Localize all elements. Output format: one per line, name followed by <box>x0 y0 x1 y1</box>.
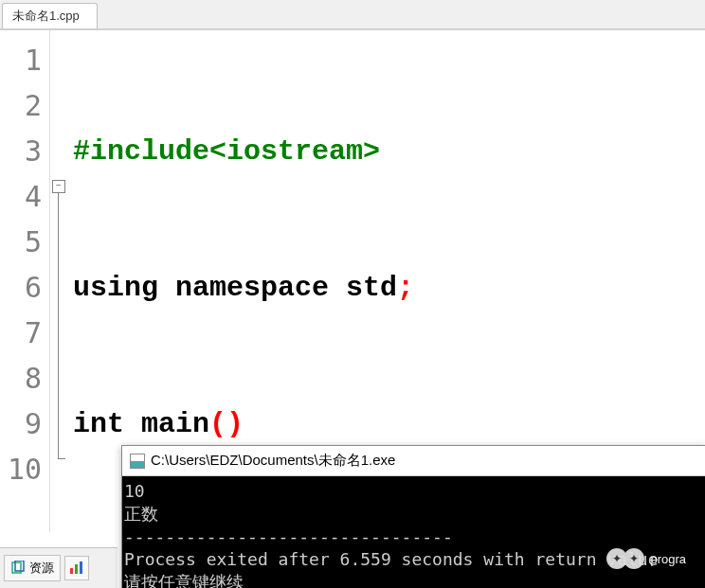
fold-guide-end <box>58 458 65 459</box>
chart-tab[interactable] <box>64 556 89 580</box>
svg-rect-3 <box>75 564 78 574</box>
line-number: 5 <box>0 220 49 265</box>
wechat-icon: ✦ <box>624 548 644 569</box>
line-number: 10 <box>0 447 49 492</box>
line-number: 6 <box>0 265 49 311</box>
file-tab[interactable]: 未命名1.cpp <box>2 3 98 28</box>
console-titlebar[interactable]: C:\Users\EDZ\Documents\未命名1.exe <box>122 446 705 476</box>
line-number: 4 <box>0 174 49 220</box>
line-number: 1 <box>0 38 49 83</box>
fold-guide <box>58 193 59 458</box>
line-number: 7 <box>0 311 49 356</box>
line-number: 9 <box>0 401 49 447</box>
copy-icon <box>10 561 26 576</box>
console-line: 请按任意键继续 <box>124 572 244 588</box>
console-output[interactable]: 10 正数 -------------------------------- P… <box>122 476 705 588</box>
resources-tab-label: 资源 <box>29 560 54 577</box>
watermark-text: progra <box>650 552 686 566</box>
resources-tab[interactable]: 资源 <box>4 555 61 581</box>
line-number: 2 <box>0 83 49 129</box>
code-line: using namespace std; <box>73 265 705 311</box>
bottom-panel-tabs: 资源 <box>0 547 118 588</box>
bar-chart-icon <box>69 561 84 576</box>
console-line: 正数 <box>124 504 158 524</box>
line-number-gutter: 1 2 3 4 5 6 7 8 9 10 <box>0 30 50 532</box>
svg-rect-4 <box>80 561 82 574</box>
console-app-icon <box>130 454 145 469</box>
svg-rect-2 <box>70 568 73 574</box>
code-line: #include<iostream> <box>73 129 705 174</box>
console-title-text: C:\Users\EDZ\Documents\未命名1.exe <box>151 452 395 470</box>
console-line: Process exited after 6.559 seconds with … <box>124 549 659 569</box>
file-tab-label: 未命名1.cpp <box>12 9 80 23</box>
console-line: -------------------------------- <box>124 526 453 546</box>
fold-column: − <box>50 30 69 532</box>
console-line: 10 <box>124 481 145 501</box>
fold-toggle-icon[interactable]: − <box>52 180 65 193</box>
code-line: int main() <box>73 401 705 447</box>
watermark: ✦ ✦ progra <box>606 548 686 569</box>
line-number: 3 <box>0 129 49 174</box>
line-number: 8 <box>0 356 49 401</box>
tab-bar: 未命名1.cpp <box>0 0 705 29</box>
